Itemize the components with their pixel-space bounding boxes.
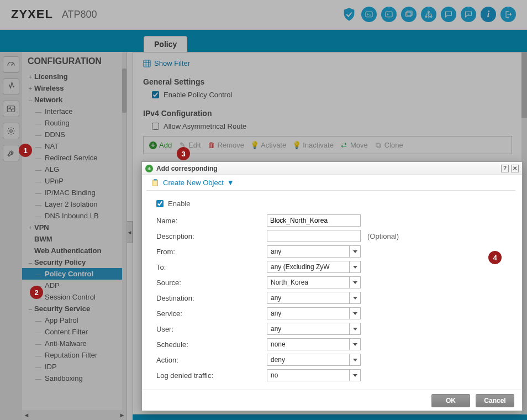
source-select[interactable]: North_Korea: [267, 276, 361, 288]
destination-label: Destination:: [156, 294, 267, 302]
modal-help-icon[interactable]: ?: [501, 165, 509, 172]
schedule-label: Schedule:: [156, 340, 267, 349]
action-label: Action:: [156, 356, 267, 364]
cancel-button[interactable]: Cancel: [476, 394, 514, 407]
from-label: From:: [156, 248, 267, 256]
description-label: Description:: [156, 232, 267, 240]
ok-button[interactable]: OK: [431, 394, 470, 407]
source-label: Source:: [156, 279, 267, 287]
from-select[interactable]: any: [267, 245, 361, 258]
modal-close-icon[interactable]: ✕: [511, 165, 519, 172]
create-new-object-link[interactable]: Create New Object▼: [146, 175, 515, 191]
modal-body: Enable Name: Description:(Optional) From…: [142, 191, 522, 390]
annotation-badge-1: 1: [19, 144, 32, 157]
to-select[interactable]: any (Excluding ZyW: [267, 261, 361, 273]
destination-select[interactable]: any: [267, 292, 361, 304]
user-select[interactable]: any: [267, 323, 361, 335]
modal-titlebar: + Add corresponding ? ✕: [142, 162, 522, 175]
modal-footer: OK Cancel: [142, 390, 522, 411]
annotation-badge-3: 3: [177, 147, 190, 160]
user-label: User:: [156, 325, 267, 333]
modal-title: Add corresponding: [156, 165, 218, 172]
optional-hint: (Optional): [367, 232, 399, 240]
plus-icon: +: [145, 165, 153, 172]
annotation-badge-2: 2: [30, 286, 43, 299]
description-input[interactable]: [267, 230, 361, 242]
svg-rect-13: [154, 179, 157, 181]
name-label: Name:: [156, 217, 267, 225]
to-label: To:: [156, 263, 267, 271]
log-select[interactable]: no: [267, 369, 361, 381]
log-label: Log denied traffic:: [156, 371, 267, 380]
chevron-down-icon: ▼: [227, 179, 234, 187]
modal-enable-checkbox[interactable]: [156, 200, 164, 207]
add-policy-modal: + Add corresponding ? ✕ Create New Objec…: [141, 161, 523, 411]
svg-rect-12: [153, 180, 158, 186]
name-input[interactable]: [267, 214, 361, 227]
object-icon: [152, 179, 160, 187]
modal-enable-label: Enable: [168, 200, 190, 208]
schedule-select[interactable]: none: [267, 338, 361, 350]
service-select[interactable]: any: [267, 307, 361, 319]
modal-enable-row[interactable]: Enable: [156, 200, 508, 208]
annotation-badge-4: 4: [488, 251, 502, 264]
action-select[interactable]: deny: [267, 354, 361, 366]
service-label: Service:: [156, 309, 267, 318]
